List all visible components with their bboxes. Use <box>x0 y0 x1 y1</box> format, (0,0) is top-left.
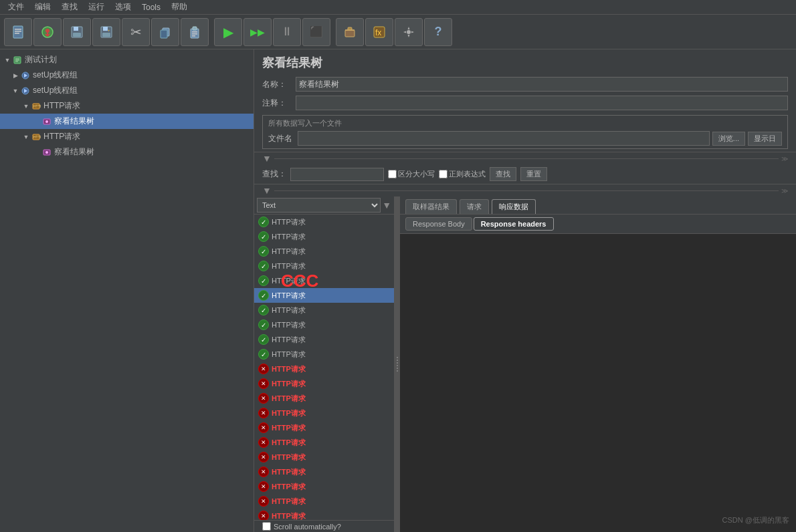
failed-icon-7: ✕ <box>258 467 269 477</box>
sub-tab-response-body[interactable]: Response Body <box>405 217 472 231</box>
menu-edit[interactable]: 编辑 <box>29 0 56 14</box>
sub-tab-response-headers[interactable]: Response headers <box>474 217 554 231</box>
paste-button[interactable] <box>181 18 209 46</box>
scroll-auto-check[interactable] <box>262 522 271 531</box>
menu-file[interactable]: 文件 <box>3 0 29 14</box>
result-item-f1[interactable]: ✕ HTTP请求 <box>254 376 394 391</box>
success-icon-3: ✓ <box>258 261 269 271</box>
arrow-http1: ▼ <box>21 102 31 111</box>
function-button[interactable]: fx <box>365 18 393 46</box>
start-button[interactable]: ▶ <box>214 18 242 46</box>
result-item-s9[interactable]: ✓ HTTP请求 <box>254 347 394 362</box>
tree-item-view1[interactable]: 察看结果树 <box>0 114 254 129</box>
tree-label-setup2: setUp线程组 <box>33 85 78 96</box>
result-item-f0[interactable]: ✕ HTTP请求 <box>254 362 394 376</box>
result-item-s1[interactable]: ✓ HTTP请求 <box>254 229 394 244</box>
menu-run[interactable]: 运行 <box>83 0 110 14</box>
tree-item-setup2[interactable]: ▼ setUp线程组 <box>0 83 254 98</box>
success-icon-4: ✓ <box>258 275 269 286</box>
result-text-s0: HTTP请求 <box>272 217 306 227</box>
search-input[interactable] <box>290 168 384 181</box>
copy-button[interactable] <box>151 18 179 46</box>
case-sensitive-label[interactable]: 区分大小写 <box>388 169 435 179</box>
regex-label[interactable]: 正则表达式 <box>439 169 486 179</box>
result-item-f8[interactable]: ✕ HTTP请求 <box>254 479 394 494</box>
pause-button[interactable]: ⏸ <box>273 18 301 46</box>
result-item-f9[interactable]: ✕ HTTP请求 <box>254 494 394 509</box>
tree-label-setup1: setUp线程组 <box>33 70 78 81</box>
scroll-auto-label[interactable]: Scroll automatically? <box>262 522 341 531</box>
detail-tabs: 取样器结果 请求 响应数据 <box>400 196 796 215</box>
success-icon-7: ✓ <box>258 319 269 330</box>
sub-tabs: Response Body Response headers <box>400 215 796 234</box>
result-item-f3[interactable]: ✕ HTTP请求 <box>254 406 394 420</box>
result-item-f7[interactable]: ✕ HTTP请求 <box>254 464 394 479</box>
clear-button[interactable] <box>336 18 364 46</box>
results-scroll[interactable]: ✓ HTTP请求 ✓ HTTP请求 ✓ HTTP请求 ✓ HTTP请求 <box>254 215 394 520</box>
text-dropdown[interactable]: Text <box>257 198 381 213</box>
tree-item-view2[interactable]: 察看结果树 <box>0 144 254 160</box>
tree-item-http2[interactable]: ▼ HTTP HTTP请求 <box>0 129 254 144</box>
menu-options[interactable]: 选项 <box>110 0 136 14</box>
find-button[interactable]: 查找 <box>490 167 516 181</box>
name-label: 名称： <box>262 79 296 90</box>
reset-button[interactable]: 重置 <box>520 167 547 181</box>
success-icon-1: ✓ <box>258 231 269 242</box>
success-icon-5: ✓ <box>258 290 269 301</box>
resize-handle[interactable] <box>395 196 400 532</box>
result-item-s3[interactable]: ✓ HTTP请求 <box>254 259 394 273</box>
tree-item-setup1[interactable]: ▶ setUp线程组 <box>0 68 254 83</box>
menu-tools[interactable]: Tools <box>136 1 166 13</box>
save-as-button[interactable]: + <box>92 18 120 46</box>
comment-input[interactable] <box>296 96 788 110</box>
result-item-f10[interactable]: ✕ HTTP请求 <box>254 509 394 520</box>
name-input[interactable] <box>296 77 788 92</box>
tab-response-data[interactable]: 响应数据 <box>492 199 536 214</box>
result-item-s0[interactable]: ✓ HTTP请求 <box>254 215 394 229</box>
svg-text:fx: fx <box>375 28 381 37</box>
result-item-s5[interactable]: ✓ HTTP请求 <box>254 288 394 303</box>
success-icon-0: ✓ <box>258 217 269 227</box>
tree-label-view1: 察看结果树 <box>54 116 94 127</box>
svg-text:HTTP: HTTP <box>33 104 41 108</box>
help-button[interactable]: ? <box>424 18 452 46</box>
collapse-arrow-2[interactable]: ▼ <box>262 185 272 196</box>
new-button[interactable] <box>4 18 32 46</box>
svg-rect-19 <box>193 27 197 30</box>
result-item-s6[interactable]: ✓ HTTP请求 <box>254 303 394 317</box>
dropdown-arrow[interactable]: ▼ <box>382 200 391 211</box>
settings-button[interactable] <box>395 18 423 46</box>
cut-button[interactable]: ✂ <box>122 18 150 46</box>
menu-help[interactable]: 帮助 <box>166 0 193 14</box>
file-input[interactable] <box>298 131 710 146</box>
result-item-f5[interactable]: ✕ HTTP请求 <box>254 435 394 450</box>
watermark: CSDN @低调的黑客 <box>722 515 789 525</box>
open-button[interactable] <box>33 18 62 46</box>
tree-item-http1[interactable]: ▼ HTTP HTTP请求 <box>0 98 254 114</box>
save-button[interactable] <box>63 18 91 46</box>
result-item-s7[interactable]: ✓ HTTP请求 <box>254 317 394 332</box>
icon-setup1 <box>20 70 31 81</box>
result-item-s8[interactable]: ✓ HTTP请求 <box>254 332 394 347</box>
collapse-arrow-1[interactable]: ▼ <box>262 153 272 164</box>
menu-find[interactable]: 查找 <box>56 0 83 14</box>
browse-button[interactable]: 浏览... <box>712 132 745 146</box>
result-item-s4[interactable]: ✓ HTTP请求 CCC <box>254 273 394 288</box>
stop-button[interactable]: ⬛ <box>302 18 330 46</box>
collapse-row-2: ▼ ≫ <box>254 184 796 196</box>
tab-request[interactable]: 请求 <box>460 199 489 214</box>
result-item-f6[interactable]: ✕ HTTP请求 <box>254 450 394 464</box>
result-item-f4[interactable]: ✕ HTTP请求 <box>254 420 394 435</box>
regex-check[interactable] <box>439 170 447 178</box>
display-button[interactable]: 显示日 <box>748 132 782 146</box>
svg-point-27 <box>407 30 411 34</box>
result-item-f2[interactable]: ✕ HTTP请求 <box>254 391 394 406</box>
tab-sampler-result[interactable]: 取样器结果 <box>405 199 457 214</box>
case-sensitive-check[interactable] <box>388 170 397 178</box>
result-item-s2[interactable]: ✓ HTTP请求 <box>254 244 394 259</box>
start-no-pause-button[interactable]: ▶▶ <box>243 18 272 46</box>
tree-item-plan[interactable]: ▼ 测试计划 <box>0 52 254 68</box>
result-text-f3: HTTP请求 <box>272 408 306 418</box>
collapse-dots-2: ≫ <box>781 187 788 194</box>
result-text-f8: HTTP请求 <box>272 482 306 492</box>
